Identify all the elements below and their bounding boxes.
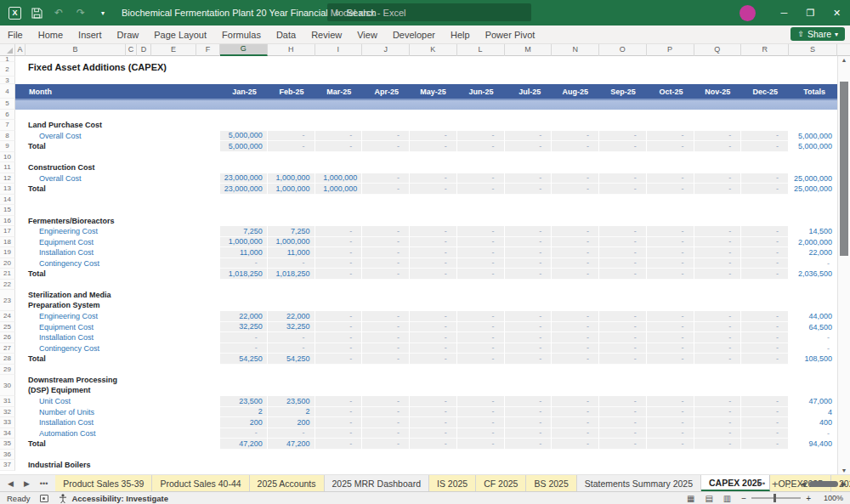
sheet-tab-statements-summary-2025[interactable]: Statements Summary 2025 — [577, 475, 701, 491]
value-cell[interactable]: - — [647, 439, 694, 450]
column-header-J[interactable]: J — [362, 44, 410, 56]
scroll-up-icon[interactable]: ▲ — [838, 57, 850, 63]
row-header-8[interactable]: 8 — [0, 131, 15, 142]
value-cell[interactable]: - — [741, 311, 789, 322]
line-item-label-cell[interactable]: Installation Cost — [15, 332, 220, 343]
value-cell[interactable]: - — [505, 439, 552, 450]
line-item-label-cell[interactable]: Unit Cost — [15, 396, 220, 407]
value-cell[interactable]: 5,000,000 — [220, 131, 268, 142]
totals-value-cell[interactable]: 2,036,500 — [789, 269, 837, 280]
value-cell[interactable]: - — [315, 247, 363, 258]
macro-record-icon[interactable] — [40, 495, 48, 502]
month-header-cell[interactable]: Month — [15, 84, 220, 99]
sheet-tab-product-sales-35-39[interactable]: Product Sales 35-39 — [55, 475, 152, 491]
value-cell[interactable]: - — [741, 269, 789, 280]
value-cell[interactable]: - — [457, 396, 505, 407]
value-cell[interactable]: - — [268, 141, 315, 152]
value-cell[interactable]: - — [315, 396, 363, 407]
row-header-1[interactable]: 1 — [0, 56, 15, 62]
month-column-header[interactable]: Oct-25 — [647, 84, 694, 99]
value-cell[interactable]: - — [647, 396, 694, 407]
value-cell[interactable]: - — [741, 354, 789, 365]
value-cell[interactable]: - — [741, 407, 789, 418]
line-item-label-cell[interactable]: Automation Cost — [15, 428, 220, 439]
section-label-cell[interactable]: Sterilization and MediaPreparation Syste… — [15, 290, 220, 311]
totals-value-cell[interactable]: - — [789, 332, 837, 343]
value-cell[interactable]: - — [694, 428, 742, 439]
value-cell[interactable]: - — [647, 247, 694, 258]
value-cell[interactable]: - — [457, 226, 505, 237]
month-column-header[interactable]: Feb-25 — [268, 84, 315, 99]
value-cell[interactable]: - — [362, 269, 410, 280]
value-cell[interactable]: - — [505, 428, 552, 439]
column-header-F[interactable]: F — [196, 44, 220, 56]
value-cell[interactable]: 200 — [220, 417, 268, 428]
hscroll-right-icon[interactable]: ▶ — [842, 480, 847, 488]
value-cell[interactable]: - — [741, 428, 789, 439]
value-cell[interactable]: - — [457, 269, 505, 280]
value-cell[interactable]: - — [599, 332, 647, 343]
value-cell[interactable]: - — [741, 417, 789, 428]
total-label-cell[interactable]: Total — [15, 141, 220, 152]
page-layout-view-icon[interactable]: ▤ — [705, 494, 712, 503]
value-cell[interactable]: - — [694, 322, 742, 333]
value-cell[interactable]: 1,000,000 — [315, 184, 363, 195]
value-cell[interactable]: - — [552, 343, 599, 354]
value-cell[interactable]: - — [505, 407, 552, 418]
value-cell[interactable]: - — [505, 417, 552, 428]
row-header-22[interactable]: 22 — [0, 280, 15, 291]
value-cell[interactable]: 32,250 — [268, 322, 315, 333]
value-cell[interactable]: - — [599, 354, 647, 365]
value-cell[interactable]: - — [741, 247, 789, 258]
value-cell[interactable]: - — [599, 417, 647, 428]
account-avatar[interactable] — [740, 5, 756, 21]
value-cell[interactable]: - — [410, 269, 457, 280]
value-cell[interactable]: - — [647, 184, 694, 195]
value-cell[interactable]: - — [741, 322, 789, 333]
sheet-tab-cf-2025[interactable]: CF 2025 — [476, 475, 526, 491]
value-cell[interactable]: - — [599, 407, 647, 418]
value-cell[interactable]: - — [552, 407, 599, 418]
value-cell[interactable]: - — [505, 343, 552, 354]
row-header-20[interactable]: 20 — [0, 258, 15, 269]
value-cell[interactable]: - — [410, 332, 457, 343]
value-cell[interactable]: - — [647, 269, 694, 280]
hscroll-left-icon[interactable]: ◀ — [801, 480, 806, 488]
value-cell[interactable]: - — [552, 141, 599, 152]
value-cell[interactable]: - — [315, 407, 363, 418]
value-cell[interactable]: - — [410, 226, 457, 237]
row-header-34[interactable]: 34 — [0, 428, 15, 439]
page-break-view-icon[interactable]: ▥ — [723, 494, 731, 503]
line-item-label-cell[interactable]: Installation Cost — [15, 247, 220, 258]
ribbon-tab-help[interactable]: Help — [443, 27, 478, 42]
row-header-30[interactable]: 30 — [0, 375, 15, 396]
value-cell[interactable]: - — [457, 407, 505, 418]
value-cell[interactable]: - — [315, 141, 363, 152]
totals-value-cell[interactable]: 44,000 — [789, 311, 837, 322]
row-header-24[interactable]: 24 — [0, 311, 15, 322]
value-cell[interactable]: - — [694, 184, 742, 195]
value-cell[interactable]: - — [599, 269, 647, 280]
value-cell[interactable]: - — [505, 247, 552, 258]
totals-value-cell[interactable]: 5,000,000 — [789, 141, 837, 152]
totals-value-cell[interactable]: 108,500 — [789, 354, 837, 365]
value-cell[interactable]: - — [457, 311, 505, 322]
totals-value-cell[interactable]: 400 — [789, 417, 837, 428]
value-cell[interactable]: - — [552, 322, 599, 333]
value-cell[interactable]: - — [220, 258, 268, 269]
value-cell[interactable]: - — [552, 226, 599, 237]
value-cell[interactable]: - — [552, 184, 599, 195]
value-cell[interactable]: - — [362, 141, 410, 152]
value-cell[interactable]: - — [362, 247, 410, 258]
value-cell[interactable]: - — [362, 343, 410, 354]
value-cell[interactable]: 54,250 — [220, 354, 268, 365]
value-cell[interactable]: 5,000,000 — [220, 141, 268, 152]
column-header-P[interactable]: P — [647, 44, 694, 56]
row-header-33[interactable]: 33 — [0, 417, 15, 428]
value-cell[interactable]: 11,000 — [220, 247, 268, 258]
value-cell[interactable]: - — [505, 269, 552, 280]
row-header-11[interactable]: 11 — [0, 162, 15, 173]
row-header-10[interactable]: 10 — [0, 152, 15, 163]
total-label-cell[interactable]: Total — [15, 354, 220, 365]
vertical-scrollbar[interactable]: ▲ ▼ — [837, 56, 850, 474]
